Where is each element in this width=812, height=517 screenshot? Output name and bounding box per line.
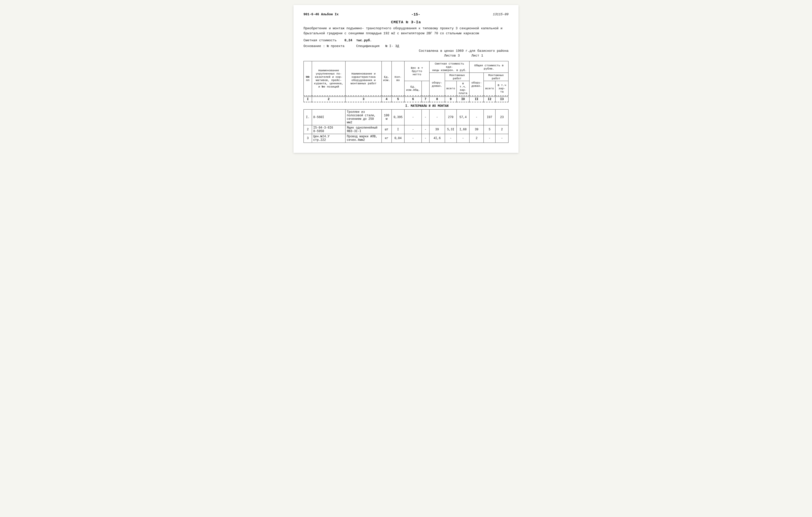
doc-ref-left: 901-6-46 Альбом Iх <box>303 12 339 16</box>
row3-mount-sal: - <box>457 134 469 143</box>
row3-mount-all: - <box>445 134 457 143</box>
row2-unit: шт <box>381 125 392 134</box>
col-n-12: I2 <box>484 97 495 102</box>
col-h-total-mount: Монтажныхработ <box>484 73 509 81</box>
row3-qty: 0,04 <box>392 134 405 143</box>
row2-ref: I5-04-3-6I68-5950 <box>312 125 346 134</box>
row1-total-eq: - <box>469 110 484 125</box>
sheet-current: Лист 1 <box>471 54 483 57</box>
col-h-qty: Кол-во <box>392 61 405 96</box>
document-page: 901-6-46 Альбом Iх -15- 13115-09 СМЕТА №… <box>293 5 519 153</box>
table-row-2: 2 I5-04-3-6I68-5950 Ящик однолинейный ЯВ… <box>304 125 509 134</box>
row3-ref: Цен.№I4.Устр.222 <box>312 134 346 143</box>
col-h-w-unit: Ед.изм.Общ. <box>405 81 422 96</box>
col-n-8: 8 <box>429 97 445 102</box>
col-n-2: 2 <box>312 97 346 102</box>
row2-char: Ящик однолинейный ЯВЗ-3I-I <box>346 125 382 134</box>
col-h-w-total <box>422 81 429 96</box>
col-n-7: 7 <box>422 97 429 102</box>
col-h-mount-sal: в т.ч.зар-плата <box>457 81 469 96</box>
compiled-text: Составлена в ценах 1969 г.для базисного … <box>419 49 509 53</box>
col-n-4: 4 <box>381 97 392 102</box>
row2-num: 2 <box>304 125 312 134</box>
col-header-row-1: №№пп Наименованиеукрупненных по-казателе… <box>304 61 509 73</box>
sheets-line: Листов 3 Лист 1 <box>419 54 509 57</box>
row2-w2: - <box>422 125 429 134</box>
col-n-9: 9 <box>445 97 457 102</box>
section-header-row: I. МАТЕРИАЛЫ И ИХ МОНТАЖ <box>304 103 509 110</box>
col-n-1: I <box>304 97 312 102</box>
row1-qty: 0,395 <box>392 110 405 125</box>
col-n-5: 5 <box>392 97 405 102</box>
table-row-1: I. 8-560I Троллеи из полосовой стали, се… <box>304 110 509 125</box>
col-h-char: Наименование ихарактеристикаоборудования… <box>346 61 382 96</box>
page-number: -15- <box>339 12 493 17</box>
basis-line: Основание : № проекта Спецификация № I- … <box>303 44 509 48</box>
col-h-mount-all: всего <box>445 81 457 96</box>
col-h-unit: Ед.изм. <box>381 61 392 96</box>
col-n-10: IO <box>457 97 469 102</box>
row2-total-eq: 39 <box>469 125 484 134</box>
row3-total-mount: - <box>484 134 495 143</box>
col-numbers-row: I 2 3 4 5 6 7 8 9 IO II I2 I3 <box>304 97 509 102</box>
top-header: 901-6-46 Альбом Iх -15- 13115-09 <box>303 12 509 17</box>
row1-ref: 8-560I <box>312 110 346 125</box>
row1-w1: - <box>405 110 422 125</box>
col-h-total-cost: Общая стоимость врублю. <box>469 61 509 73</box>
basis-label: Основание : № проекта <box>303 44 345 48</box>
main-table: №№пп Наименованиеукрупненных по-казателе… <box>303 61 509 143</box>
col-h-mount-works: Монтажныхработ <box>445 73 469 81</box>
cost-unit: тыс.руб. <box>356 38 372 42</box>
document-title: СМЕТА № Э-Iа <box>303 20 509 25</box>
row2-total-sal: 2 <box>495 125 509 134</box>
row3-w1: - <box>405 134 422 143</box>
row2-total-mount: 5 <box>484 125 495 134</box>
compiled-empty <box>303 56 306 59</box>
section-1-title: I. МАТЕРИАЛЫ И ИХ МОНТАЖ <box>346 103 509 110</box>
col-h-unit-cost: Сметная стоимость еди-ницы измерен. в ру… <box>429 61 469 73</box>
row1-char: Троллеи из полосовой стали, сечением до … <box>346 110 382 125</box>
doc-ref-right: 13115-09 <box>493 12 509 16</box>
cost-value: 0,24 <box>345 38 352 42</box>
row2-mount-all: 5,3I <box>445 125 457 134</box>
col-n-3: 3 <box>346 97 382 102</box>
col-h-name: Наименованиеукрупненных по-казателей и н… <box>312 61 346 96</box>
row1-cost-eq: - <box>429 110 445 125</box>
row2-qty: I <box>392 125 405 134</box>
spec-label: Спецификация <box>356 44 380 48</box>
row1-mount-sal: 57,4 <box>457 110 469 125</box>
sheets-total: Листов 3 <box>444 54 460 57</box>
cost-line: Сметная стоимость 0,24 тыс.руб. <box>303 38 509 42</box>
row1-num: I. <box>304 110 312 125</box>
row3-cost-eq: 4I,6 <box>429 134 445 143</box>
col-h-total-mount-all: всего <box>484 81 495 96</box>
col-h-total-equip: обору-дован. <box>469 73 484 96</box>
col-n-11: II <box>469 97 484 102</box>
col-h-weight: Вес в тбруттонетто <box>405 61 429 81</box>
col-h-cost-equip: обору-дован. <box>429 73 445 96</box>
col-n-6: 6 <box>405 97 422 102</box>
col-n-13: I3 <box>495 97 509 102</box>
row3-total-eq: 2 <box>469 134 484 143</box>
row2-mount-sal: I,68 <box>457 125 469 134</box>
row1-w2: - <box>422 110 429 125</box>
spec-value: № I- ЭД <box>385 44 399 48</box>
row3-num: 3 <box>304 134 312 143</box>
cost-label: Сметная стоимость <box>303 38 337 42</box>
row3-w2: - <box>422 134 429 143</box>
document-description: Приобретение и монтаж подъемно- транспор… <box>303 26 509 36</box>
col-h-total-sal: В т.чзар-та <box>495 81 509 96</box>
row1-total-sal: 23 <box>495 110 509 125</box>
row1-mount-all: 270 <box>445 110 457 125</box>
row3-unit: кг <box>381 134 392 143</box>
row3-char: Провод марки АПВ, сечен.4мм2 <box>346 134 382 143</box>
row3-total-sal: - <box>495 134 509 143</box>
row1-total-mount: I07 <box>484 110 495 125</box>
row1-unit: 100м <box>381 110 392 125</box>
table-row-3: 3 Цен.№I4.Устр.222 Провод марки АПВ, сеч… <box>304 134 509 143</box>
row2-cost-eq: 39 <box>429 125 445 134</box>
col-h-nn: №№пп <box>304 61 312 96</box>
row2-w1: - <box>405 125 422 134</box>
